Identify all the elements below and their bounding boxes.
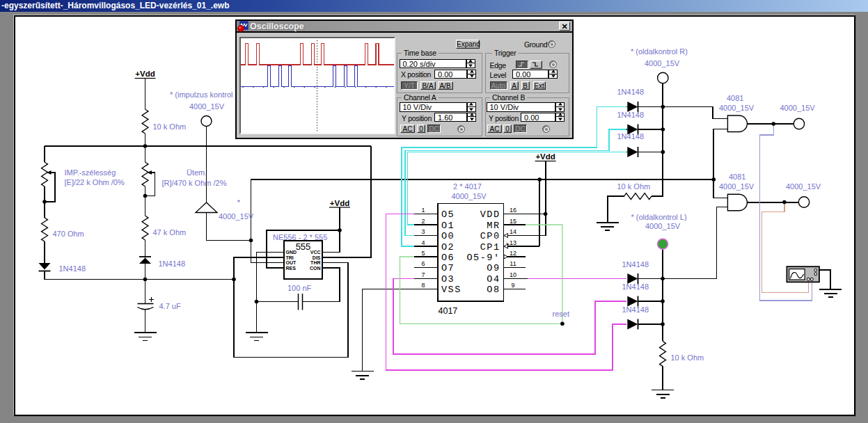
svg-text:2: 2 [421, 218, 425, 225]
svg-text:47 k Ohm: 47 k Ohm [153, 228, 187, 237]
svg-text:14: 14 [510, 228, 516, 235]
svg-text:O4: O4 [487, 274, 500, 285]
svg-text:RES: RES [286, 266, 297, 271]
svg-text:16: 16 [510, 207, 516, 214]
svg-text:O6: O6 [441, 253, 455, 263]
svg-text:470 Ohm: 470 Ohm [53, 230, 84, 238]
svg-text:10 k Ohm: 10 k Ohm [617, 182, 651, 191]
svg-text:Ütem.: Ütem. [187, 168, 207, 177]
svg-text:1N4148: 1N4148 [159, 260, 186, 268]
svg-text:3: 3 [421, 228, 425, 235]
svg-text:O5: O5 [441, 209, 455, 220]
svg-text:* (oldalkontrol L): * (oldalkontrol L) [631, 213, 687, 221]
svg-text:2 * 4017: 2 * 4017 [453, 182, 482, 191]
svg-text:O2: O2 [441, 242, 455, 253]
svg-text:IMP.-szélesség: IMP.-szélesség [65, 168, 116, 177]
svg-text:4017: 4017 [439, 306, 458, 316]
svg-text:CP1: CP1 [480, 242, 500, 253]
svg-text:O5-9': O5-9' [466, 253, 500, 263]
svg-text:CP0: CP0 [480, 231, 500, 241]
svg-text:VDD: VDD [480, 209, 500, 220]
svg-text:4081: 4081 [729, 173, 745, 181]
svg-text:THR: THR [310, 260, 320, 265]
svg-text:DIS: DIS [313, 255, 321, 260]
svg-text:4000_15V: 4000_15V [786, 182, 821, 191]
svg-text:O7: O7 [441, 263, 455, 273]
svg-text:4000_15V: 4000_15V [719, 104, 755, 112]
svg-text:4000_15V: 4000_15V [645, 222, 681, 230]
svg-text:555: 555 [296, 241, 311, 252]
svg-text:15: 15 [510, 218, 516, 225]
svg-text:O9: O9 [487, 263, 500, 273]
svg-text:4: 4 [421, 239, 425, 246]
svg-text:[E]/22 k Ohm /0%: [E]/22 k Ohm /0% [65, 178, 125, 186]
svg-text:*: * [237, 198, 241, 207]
svg-text:VCC: VCC [310, 250, 321, 255]
svg-text:12: 12 [510, 250, 516, 257]
svg-text:4081: 4081 [727, 94, 743, 102]
svg-text:1: 1 [421, 207, 425, 214]
svg-text:TRI: TRI [286, 255, 294, 260]
svg-text:4000_15V: 4000_15V [645, 59, 680, 67]
svg-text:4.7 uF: 4.7 uF [159, 302, 181, 310]
svg-text:9: 9 [511, 282, 514, 289]
svg-text:6: 6 [421, 260, 425, 267]
svg-text:OUT: OUT [286, 260, 297, 265]
svg-text:1N4148: 1N4148 [622, 260, 649, 269]
svg-text:reset: reset [553, 310, 569, 318]
svg-text:1N4148: 1N4148 [622, 305, 649, 314]
svg-text:100 nF: 100 nF [287, 284, 312, 292]
svg-text:4000_15V: 4000_15V [452, 192, 487, 200]
svg-text:1N4148: 1N4148 [617, 132, 645, 141]
svg-text:O8: O8 [487, 285, 500, 295]
svg-text:O1: O1 [441, 221, 455, 231]
svg-text:CON: CON [310, 266, 321, 271]
svg-text:VSS: VSS [441, 285, 461, 295]
svg-text:1N4148: 1N4148 [617, 88, 645, 96]
svg-text:1N4148: 1N4148 [59, 264, 86, 273]
svg-text:11: 11 [510, 260, 516, 267]
svg-text:O3: O3 [441, 274, 455, 285]
svg-text:* (oldalkontrol R): * (oldalkontrol R) [631, 47, 688, 56]
svg-text:4000_15V: 4000_15V [219, 212, 254, 221]
svg-text:4000_15V: 4000_15V [719, 182, 755, 191]
svg-text:5: 5 [421, 250, 425, 257]
svg-text:4000_15V: 4000_15V [189, 102, 225, 111]
svg-text:+Vdd: +Vdd [135, 70, 155, 78]
svg-text:+Vdd: +Vdd [535, 152, 555, 161]
svg-text:10 k Ohm: 10 k Ohm [671, 353, 704, 362]
svg-text:O0: O0 [441, 231, 455, 241]
svg-text:10: 10 [510, 271, 516, 278]
svg-text:GND: GND [286, 250, 297, 255]
svg-text:8: 8 [421, 282, 425, 289]
svg-text:* (impulzus kontrol: * (impulzus kontrol [170, 90, 232, 99]
svg-text:4000_15V: 4000_15V [780, 104, 816, 112]
svg-text:1N4148: 1N4148 [617, 111, 645, 119]
svg-text:[R]/470 k Ohm /2%: [R]/470 k Ohm /2% [162, 179, 227, 187]
svg-text:1N4148: 1N4148 [622, 282, 649, 291]
svg-text:7: 7 [421, 271, 425, 278]
svg-text:MR: MR [487, 221, 500, 231]
svg-text:10 k Ohm: 10 k Ohm [153, 122, 187, 131]
svg-text:+Vdd: +Vdd [330, 199, 349, 207]
svg-text:NE556 - 2 * 555: NE556 - 2 * 555 [273, 233, 327, 241]
svg-text:13: 13 [510, 239, 516, 246]
